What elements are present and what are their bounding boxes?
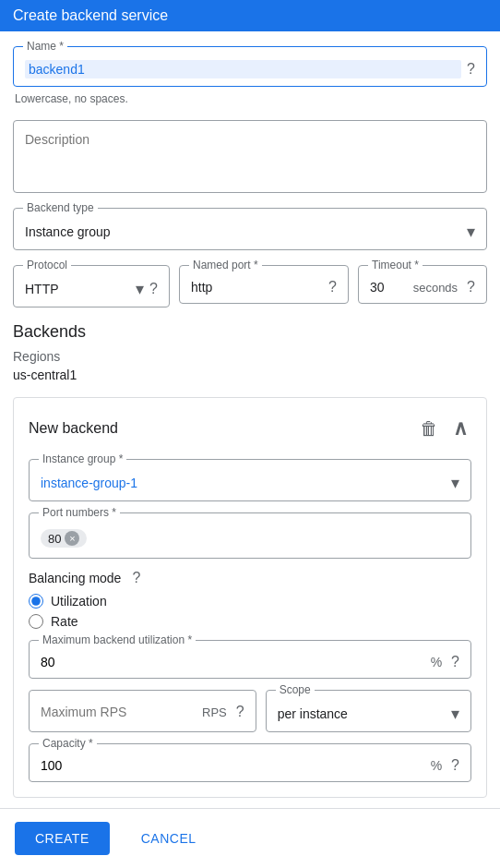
max-rps-field-group: RPS ?	[29, 690, 256, 732]
protocol-row: Protocol HTTP HTTPS HTTP/2 TCP SSL ▾ ? N…	[13, 265, 487, 307]
timeout-input[interactable]	[370, 280, 413, 295]
name-help-icon[interactable]: ?	[467, 61, 475, 78]
max-utilization-suffix: %	[431, 655, 442, 669]
regions-label: Regions	[13, 349, 487, 364]
timeout-field-group: Timeout seconds ?	[358, 265, 487, 304]
backend-type-label: Backend type	[23, 201, 98, 214]
regions-value: us-central1	[13, 368, 487, 382]
rps-help-icon[interactable]: ?	[236, 704, 244, 720]
port-chip-close[interactable]: ×	[65, 531, 79, 546]
port-chip-80: 80 ×	[41, 529, 87, 548]
instance-group-field-group: Instance group instance-group-1 ▾	[29, 459, 471, 501]
timeout-help-icon[interactable]: ?	[467, 279, 475, 295]
new-backend-title: New backend	[29, 420, 118, 437]
name-label: Name	[23, 40, 67, 53]
backends-section: Backends Regions us-central1 New backend…	[13, 322, 487, 798]
named-port-help-icon[interactable]: ?	[328, 279, 337, 295]
max-utilization-field-group: Maximum backend utilization % ?	[29, 640, 471, 679]
radio-utilization-label: Utilization	[51, 594, 107, 609]
backend-type-select[interactable]: Instance group Network endpoint group In…	[25, 224, 467, 239]
cancel-button[interactable]: CANCEL	[121, 822, 217, 855]
name-hint: Lowercase, no spaces.	[13, 92, 487, 105]
name-input[interactable]	[25, 60, 461, 78]
form-body: Name ? Lowercase, no spaces. Backend typ…	[0, 31, 500, 868]
capacity-help-icon[interactable]: ?	[451, 757, 459, 774]
backend-type-dropdown-icon: ▾	[467, 222, 475, 242]
max-rps-row: RPS ?	[41, 704, 244, 720]
rps-scope-row: RPS ? Scope per instance per group ▾	[29, 690, 471, 732]
page-title: Create backend service	[13, 7, 168, 24]
protocol-field-group: Protocol HTTP HTTPS HTTP/2 TCP SSL ▾ ?	[13, 265, 170, 307]
capacity-field-group: Capacity % ?	[29, 743, 471, 782]
backends-title: Backends	[13, 322, 487, 342]
radio-utilization[interactable]: Utilization	[29, 594, 471, 609]
radio-rate-input[interactable]	[29, 614, 43, 629]
protocol-label: Protocol	[23, 259, 71, 271]
name-field-group: Name ?	[13, 46, 487, 87]
instance-group-select[interactable]: instance-group-1	[41, 476, 451, 490]
port-numbers-chips: 80 ×	[41, 526, 459, 550]
balancing-mode-label: Balancing mode ?	[29, 570, 471, 586]
protocol-help-icon[interactable]: ?	[149, 281, 158, 297]
collapse-backend-button[interactable]: ∧	[449, 413, 471, 444]
scope-label: Scope	[276, 683, 315, 696]
protocol-select[interactable]: HTTP HTTPS HTTP/2 TCP SSL	[25, 282, 136, 296]
capacity-label: Capacity	[39, 737, 97, 750]
port-chip-value: 80	[48, 532, 61, 546]
max-utilization-input-row: % ?	[41, 654, 459, 670]
timeout-input-row: seconds ?	[370, 279, 475, 295]
capacity-input[interactable]	[41, 758, 431, 773]
backend-type-select-wrapper: Instance group Network endpoint group In…	[25, 222, 475, 242]
scope-field-group: Scope per instance per group ▾	[266, 690, 471, 732]
description-input[interactable]	[25, 132, 475, 178]
named-port-label: Named port	[189, 259, 262, 271]
scope-dropdown-icon: ▾	[451, 704, 459, 724]
port-numbers-field-group: Port numbers 80 ×	[29, 512, 471, 559]
capacity-suffix: %	[431, 758, 442, 773]
max-utilization-input[interactable]	[41, 655, 431, 669]
backend-card-actions: 🗑 ∧	[416, 413, 471, 444]
delete-backend-button[interactable]: 🗑	[416, 415, 442, 443]
name-input-row: ?	[25, 60, 475, 78]
max-rps-input[interactable]	[41, 705, 202, 719]
capacity-input-row: % ?	[41, 757, 459, 774]
radio-utilization-input[interactable]	[29, 594, 43, 609]
radio-rate[interactable]: Rate	[29, 614, 471, 629]
bottom-bar: CREATE CANCEL	[0, 808, 500, 868]
named-port-input[interactable]	[191, 280, 323, 295]
backend-card-header: New backend 🗑 ∧	[29, 413, 471, 444]
balancing-mode-help-icon[interactable]: ?	[132, 570, 140, 586]
scope-select[interactable]: per instance per group	[278, 706, 451, 721]
balancing-mode-group: Balancing mode ? Utilization Rate	[29, 570, 471, 629]
new-backend-card: New backend 🗑 ∧ Instance group instance-…	[13, 397, 487, 798]
create-button[interactable]: CREATE	[15, 822, 110, 855]
timeout-label: Timeout	[368, 259, 423, 271]
radio-rate-label: Rate	[51, 614, 78, 629]
max-utilization-label: Maximum backend utilization	[39, 633, 196, 646]
named-port-field-group: Named port ?	[179, 265, 349, 304]
instance-group-label: Instance group	[39, 452, 126, 465]
named-port-input-row: ?	[191, 279, 337, 295]
description-field-group	[13, 120, 487, 193]
max-utilization-help-icon[interactable]: ?	[451, 654, 459, 670]
protocol-dropdown-icon: ▾	[136, 279, 144, 299]
instance-group-dropdown-icon: ▾	[451, 473, 459, 493]
instance-group-select-wrapper: instance-group-1 ▾	[41, 473, 459, 493]
rps-suffix: RPS	[202, 705, 227, 719]
timeout-suffix: seconds	[413, 281, 458, 295]
scope-select-wrapper: per instance per group ▾	[278, 704, 459, 724]
backend-type-field-group: Backend type Instance group Network endp…	[13, 208, 487, 250]
protocol-select-wrapper: HTTP HTTPS HTTP/2 TCP SSL ▾ ?	[25, 279, 158, 299]
port-numbers-label: Port numbers	[39, 506, 120, 519]
page-header: Create backend service	[0, 0, 500, 31]
